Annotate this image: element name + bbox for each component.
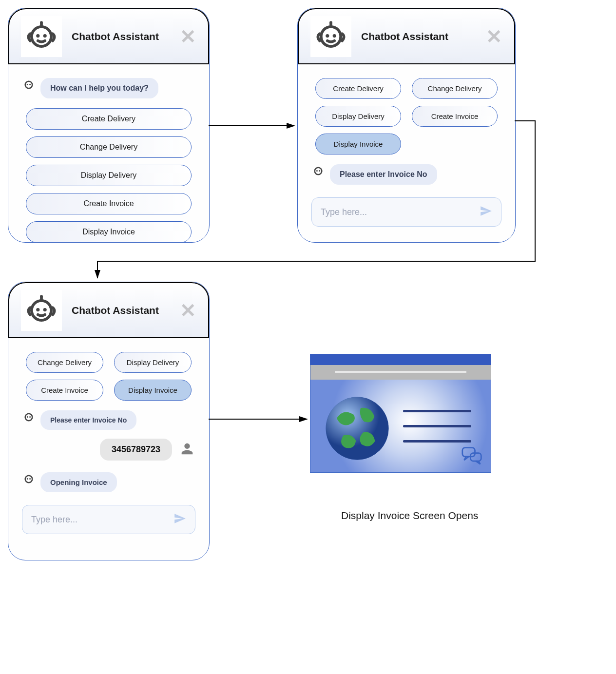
svg-point-21	[25, 414, 33, 421]
option-change-delivery[interactable]: Change Delivery	[26, 352, 103, 373]
svg-point-20	[40, 295, 43, 298]
bot-message-bubble: Please enter Invoice No	[40, 410, 136, 430]
option-grid: Change Delivery Display Delivery Create …	[22, 352, 195, 401]
user-icon	[179, 441, 195, 459]
message-input[interactable]: Type here...	[22, 505, 195, 534]
svg-point-17	[36, 308, 39, 311]
robot-icon	[21, 290, 62, 331]
result-screen-card	[310, 354, 491, 473]
bot-message-bubble: Opening Invoice	[40, 472, 117, 492]
result-caption: Display Invoice Screen Opens	[341, 510, 478, 521]
screen-text-lines	[403, 410, 471, 455]
panel-title: Chatbot Assistant	[72, 305, 159, 316]
svg-point-22	[27, 416, 28, 418]
bot-message-bubble: How can I help you today?	[40, 78, 158, 98]
input-placeholder: Type here...	[31, 515, 173, 525]
user-message-row: 3456789723	[22, 439, 195, 461]
svg-point-26	[29, 478, 31, 480]
arrow-2-to-3	[93, 121, 541, 285]
panel-title: Chatbot Assistant	[72, 31, 159, 42]
bot-message-row: Opening Invoice	[22, 472, 195, 492]
svg-point-18	[43, 308, 47, 311]
bot-avatar-icon	[22, 410, 36, 424]
svg-point-25	[27, 478, 28, 480]
robot-icon	[310, 16, 351, 57]
bot-avatar-icon	[22, 78, 36, 92]
close-icon[interactable]: ✕	[180, 25, 196, 48]
svg-rect-29	[462, 448, 475, 457]
panel-body: Change Delivery Display Delivery Create …	[8, 338, 209, 544]
svg-point-23	[29, 416, 31, 418]
svg-point-5	[25, 81, 33, 89]
chat-icon	[462, 446, 483, 467]
option-display-delivery[interactable]: Display Delivery	[114, 352, 192, 373]
panel-header: Chatbot Assistant ✕	[298, 8, 515, 64]
user-message-bubble: 3456789723	[100, 439, 172, 461]
svg-point-12	[329, 21, 332, 24]
robot-icon	[21, 16, 62, 57]
panel-header: Chatbot Assistant ✕	[8, 282, 209, 338]
bot-message-row: Please enter Invoice No	[22, 410, 195, 430]
chat-panel-3: Chatbot Assistant ✕ Change Delivery Disp…	[8, 282, 210, 560]
svg-point-28	[326, 397, 389, 460]
panel-title: Chatbot Assistant	[361, 31, 448, 42]
option-create-invoice[interactable]: Create Invoice	[26, 380, 103, 401]
option-create-delivery[interactable]: Create Delivery	[315, 78, 401, 99]
svg-point-24	[25, 476, 33, 483]
svg-point-1	[36, 34, 39, 37]
globe-icon	[323, 394, 391, 462]
bot-avatar-icon	[22, 472, 36, 486]
option-display-invoice[interactable]: Display Invoice	[114, 380, 192, 401]
close-icon[interactable]: ✕	[180, 299, 196, 322]
close-icon[interactable]: ✕	[486, 25, 502, 48]
svg-point-8	[321, 26, 341, 46]
svg-point-6	[27, 84, 28, 85]
svg-point-0	[32, 26, 51, 46]
svg-point-9	[326, 34, 329, 37]
screen-progressbar	[310, 365, 491, 380]
svg-point-10	[333, 34, 336, 37]
screen-body	[310, 380, 491, 472]
bot-message-row: How can I help you today?	[22, 78, 195, 98]
svg-point-2	[43, 34, 47, 37]
arrow-3-to-screen	[209, 414, 311, 424]
screen-titlebar	[310, 354, 491, 365]
send-icon[interactable]	[173, 512, 186, 527]
option-change-delivery[interactable]: Change Delivery	[412, 78, 498, 99]
svg-point-7	[29, 84, 31, 85]
svg-point-4	[40, 21, 43, 24]
svg-point-16	[32, 300, 51, 320]
panel-header: Chatbot Assistant ✕	[8, 8, 209, 64]
